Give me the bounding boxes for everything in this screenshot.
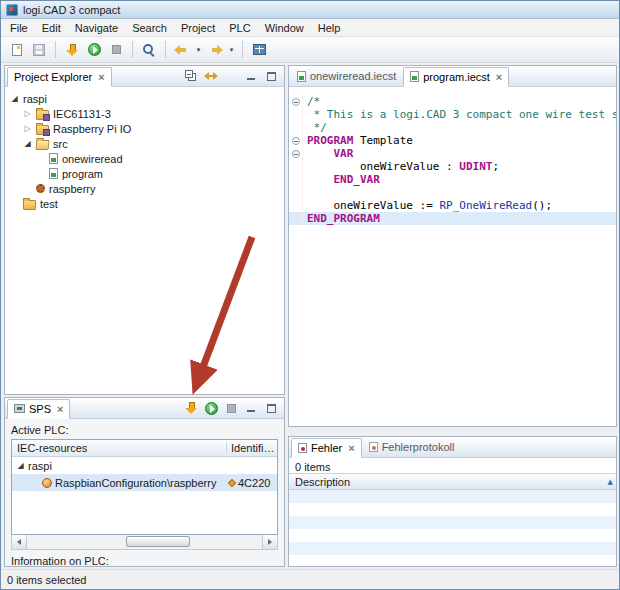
expander-icon[interactable]: ◢ [23,139,32,148]
sps-table-row-raspbianconfiguration-raspberry[interactable]: RaspbianConfiguration\raspberry4C220 [12,474,277,491]
expander-icon[interactable]: ▷ [23,124,32,133]
tree-item-label: raspi [23,93,47,105]
tab-project-explorer[interactable]: Project Explorer × [7,67,112,87]
status-bar: 0 items selected [1,569,619,589]
close-icon[interactable]: × [98,72,104,82]
column-header-identification[interactable]: Identific... [227,442,277,454]
scrollbar-track[interactable] [27,535,262,549]
collapse-all-button[interactable] [182,67,200,85]
tree-item-raspberry[interactable]: raspberry [5,181,284,196]
fold-collapse-icon[interactable] [292,98,300,106]
download-to-plc-button[interactable] [182,399,200,417]
fold-gutter-cell [289,199,303,212]
close-icon[interactable]: × [348,443,354,453]
menu-help[interactable]: Help [311,20,348,36]
new-wizard-button[interactable] [6,39,28,61]
back-button[interactable] [171,39,193,61]
maximize-button[interactable] [262,399,280,417]
menu-search[interactable]: Search [125,20,174,36]
plc-perspective-button[interactable] [248,39,270,61]
close-icon[interactable]: × [57,404,63,414]
column-header-description[interactable]: Description ▲ [289,473,616,490]
tab-fehler[interactable]: Fehler× [291,438,362,458]
toolbar-separator [242,41,243,58]
code-line[interactable]: PROGRAM Template [289,134,616,147]
column-header-iec-resources[interactable]: IEC-resources [12,442,227,454]
sps-table-row-raspi[interactable]: ◢raspi [12,457,277,474]
minimize-button[interactable] [242,67,260,85]
editor-tab-onewireread-iecst[interactable]: onewireread.iecst [291,66,402,86]
stop-plc-button[interactable] [222,399,240,417]
code-line[interactable]: /* [289,95,616,108]
tree-item-onewireread[interactable]: onewireread [5,151,284,166]
search-button[interactable] [138,39,160,61]
back-history-icon: ▾ [197,46,201,54]
forward-button[interactable] [204,39,226,61]
code-editor[interactable]: /* * This is a logi.CAD 3 compact one wi… [289,87,616,426]
menu-project[interactable]: Project [174,20,222,36]
code-line[interactable] [289,186,616,199]
start-plc-button[interactable] [83,39,105,61]
code-line[interactable]: */ [289,121,616,134]
scroll-left-button[interactable] [12,535,27,549]
fold-gutter-cell [289,212,303,225]
code-line[interactable]: END_VAR [289,173,616,186]
menu-navigate[interactable]: Navigate [68,20,125,36]
maximize-button[interactable] [262,67,280,85]
title-bar[interactable]: logi.CAD 3 compact [1,1,619,19]
menu-plc[interactable]: PLC [222,20,257,36]
tab-label: Project Explorer [14,71,92,83]
menu-edit[interactable]: Edit [35,20,68,36]
sps-header: SPS × [5,398,284,419]
code-line[interactable]: * This is a logi.CAD 3 compact one wire … [289,108,616,121]
tree-item-iec61131-3[interactable]: ▷IEC61131-3 [5,106,284,121]
download-to-plc-button[interactable] [61,39,83,61]
save-button[interactable] [28,39,50,61]
scroll-right-button[interactable] [262,535,277,549]
code-text: END_PROGRAM [303,212,380,225]
table-header-row: IEC-resources Identific... [12,440,277,457]
start-plc-button[interactable] [202,399,220,417]
fold-collapse-icon[interactable] [292,150,300,158]
tab-sps[interactable]: SPS × [7,399,70,419]
tree-item-raspberry-pi-io[interactable]: ▷Raspberry Pi IO [5,121,284,136]
link-with-editor-button[interactable] [202,67,220,85]
tab-fehlerprotokoll[interactable]: Fehlerprotokoll [363,437,461,457]
expander-icon[interactable]: ▷ [23,109,32,118]
menu-window[interactable]: Window [258,20,311,36]
close-icon[interactable]: × [496,72,502,82]
editor-tab-bar: onewireread.iecstprogram.iecst× [289,66,616,87]
sps-view-icon [14,404,25,413]
code-text: */ [303,121,327,134]
editor-tab-program-iecst[interactable]: program.iecst× [403,67,509,87]
app-icon[interactable] [6,4,18,16]
back-history-button[interactable]: ▾ [193,39,204,61]
tree-item-label: program [62,168,103,180]
tree-item-test[interactable]: test [5,196,284,211]
forward-history-button[interactable]: ▾ [226,39,237,61]
scrollbar-thumb[interactable] [126,536,190,547]
code-line[interactable]: oneWireValue := RP_OneWireRead(); [289,199,616,212]
expander-icon[interactable]: ◢ [16,461,25,470]
table-empty-row [289,555,616,566]
library-icon [36,110,49,120]
expander-icon[interactable]: ◢ [10,94,19,103]
minimize-button[interactable] [242,399,260,417]
code-line[interactable]: END_PROGRAM [289,212,616,225]
stop-plc-button[interactable] [105,39,127,61]
horizontal-scrollbar[interactable] [11,535,278,550]
forward-history-icon: ▾ [230,46,234,54]
iec-resources-table: IEC-resources Identific... ◢raspiRaspbia… [11,439,278,535]
tree-item-src[interactable]: ◢src [5,136,284,151]
problems-table-body[interactable] [289,490,616,566]
code-line[interactable]: oneWireValue : UDINT; [289,160,616,173]
code-line[interactable]: VAR [289,147,616,160]
scroll-up-icon[interactable]: ▲ [608,478,613,486]
tree-item-raspi[interactable]: ◢raspi [5,91,284,106]
code-text: /* [303,95,320,108]
tree-item-program[interactable]: program [5,166,284,181]
fold-collapse-icon[interactable] [292,137,300,145]
menu-file[interactable]: File [3,20,35,36]
view-menu-button[interactable] [222,67,240,85]
project-explorer-tree[interactable]: ◢raspi▷IEC61131-3▷Raspberry Pi IO◢srcone… [5,87,284,394]
